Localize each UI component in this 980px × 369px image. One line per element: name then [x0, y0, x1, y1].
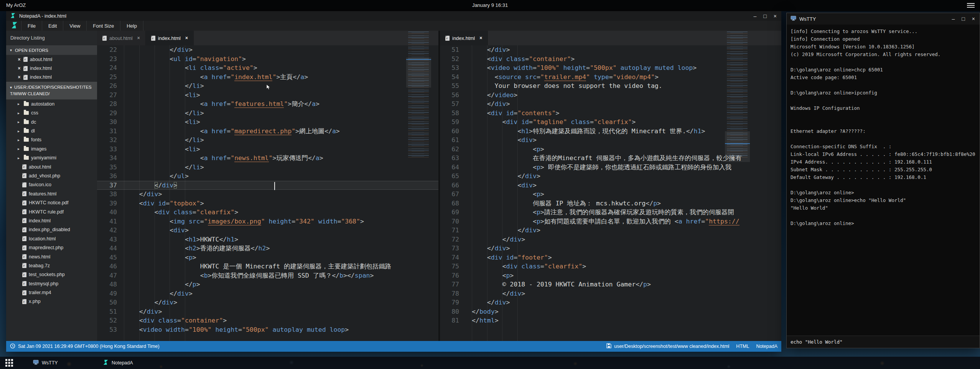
tree-file-row[interactable]: add_vhost.php: [6, 171, 97, 180]
menu-item-file[interactable]: File: [21, 21, 42, 31]
tab-close-icon[interactable]: ×: [479, 35, 482, 41]
minimize-button[interactable]: –: [754, 13, 757, 19]
tree-file-row[interactable]: index.php_disabled: [6, 225, 97, 234]
tree-folder-row[interactable]: ▸yamiyamimi: [6, 154, 97, 162]
tree-file-row[interactable]: index.html: [6, 216, 97, 225]
tree-folder-row[interactable]: ▸dc: [6, 117, 97, 126]
code-line[interactable]: 49 </div>: [97, 289, 438, 298]
menu-item-edit[interactable]: Edit: [42, 21, 63, 31]
code-line[interactable]: 24 <li class="active">: [97, 63, 438, 73]
code-line[interactable]: 79 </div>: [440, 298, 781, 307]
close-button[interactable]: ×: [972, 16, 975, 22]
code-line[interactable]: 76 <p>: [440, 271, 781, 280]
start-menu-icon[interactable]: [5, 359, 13, 367]
code-line[interactable]: 48 </p>: [97, 280, 438, 289]
tree-folder-row[interactable]: ▸fonts: [6, 136, 97, 144]
code-line[interactable]: 32 </li>: [97, 136, 438, 145]
maximize-button[interactable]: □: [763, 13, 766, 19]
close-file-icon[interactable]: ×: [16, 66, 22, 71]
tab-close-icon[interactable]: ×: [185, 35, 188, 41]
tab-close-icon[interactable]: ×: [137, 35, 140, 41]
code-line[interactable]: 81</html>: [440, 316, 781, 325]
open-editor-row[interactable]: ×about.html: [6, 55, 97, 64]
tree-file-row[interactable]: mapredirect.php: [6, 243, 97, 252]
tree-file-row[interactable]: location.html: [6, 234, 97, 243]
code-line[interactable]: 37 </div>: [97, 181, 438, 190]
tree-file-row[interactable]: test_sockets.php: [6, 270, 97, 279]
maximize-button[interactable]: □: [962, 16, 965, 22]
code-line[interactable]: 75 <div class="clearfix">: [440, 262, 781, 271]
wstty-titlebar[interactable]: WsTTY – □ ×: [787, 13, 980, 25]
close-button[interactable]: ×: [774, 13, 777, 19]
close-file-icon[interactable]: ×: [16, 74, 22, 80]
tree-file-row[interactable]: favicon.ico: [6, 180, 97, 189]
tree-file-row[interactable]: news.html: [6, 252, 97, 261]
code-line[interactable]: 70 <p>如有問題或需要申請白名單，歡迎加入我們的 <a href="http…: [440, 217, 781, 226]
code-line[interactable]: 41 <img src="images/box.png" height="342…: [97, 217, 438, 226]
close-file-icon[interactable]: ×: [16, 57, 22, 62]
tree-file-row[interactable]: features.html: [6, 189, 97, 198]
tree-file-row[interactable]: about.html: [6, 162, 97, 171]
tab-index-html[interactable]: index.html ×: [146, 31, 194, 45]
code-line[interactable]: 29 </li>: [97, 109, 438, 118]
tab-index-html-right[interactable]: index.html ×: [440, 31, 488, 45]
tree-root-header[interactable]: ▾USER:/DESKTOP/SCREENSHOT/TEST/WWW CLEAN…: [6, 82, 97, 99]
tree-file-row[interactable]: testmysql.php: [6, 279, 97, 288]
code-line[interactable]: 44 <h2>香港的建築伺服器</h2>: [97, 244, 438, 253]
code-line[interactable]: 46 HKWTC 是一個 Minecraft 的建築伺服器，主要建築計劃包括鐵路: [97, 262, 438, 271]
taskbar-item-notepada[interactable]: NotepadA: [103, 357, 133, 369]
code-line[interactable]: 45 <p>: [97, 253, 438, 262]
code-line[interactable]: 28 <a href="features.html">簡介</a>: [97, 99, 438, 109]
tree-folder-row[interactable]: ▸images: [6, 144, 97, 153]
code-line[interactable]: 33 <li>: [97, 145, 438, 154]
tree-folder-row[interactable]: ▸css: [6, 109, 97, 117]
code-line[interactable]: 69 <p>請注意，我們的伺服器為確保玩家及遊玩時的質素，我們的伺服器開: [440, 208, 781, 217]
open-editors-header[interactable]: ▾ OPEN EDITORS: [6, 45, 97, 55]
code-line[interactable]: 38 </div>: [97, 190, 438, 199]
terminal-input[interactable]: echo "Hello World": [787, 336, 980, 348]
minimize-button[interactable]: –: [952, 16, 955, 22]
code-line[interactable]: 80</body>: [440, 307, 781, 316]
code-line[interactable]: 72 </div>: [440, 235, 781, 244]
tree-file-row[interactable]: teabag.7z: [6, 261, 97, 270]
code-line[interactable]: 34 <a href="news.html">玩家傳送門</a>: [97, 154, 438, 163]
tree-file-row[interactable]: HKWTC rule.pdf: [6, 207, 97, 216]
code-line[interactable]: 53 <video width="100%" height="500px" au…: [97, 325, 438, 334]
code-line[interactable]: 27 <li>: [97, 91, 438, 100]
minimap-right[interactable]: [725, 31, 754, 197]
save-icon[interactable]: [606, 343, 611, 349]
code-line[interactable]: 47 <b>你知道我們全線伺服器已轉用 SSD 了嗎？</b></span>: [97, 271, 438, 280]
status-mode[interactable]: HTML: [736, 344, 749, 349]
taskbar-item-wstty[interactable]: WsTTY: [33, 357, 58, 369]
tree-file-row[interactable]: trailer.mp4: [6, 288, 97, 297]
code-line[interactable]: 52 <div class="container">: [97, 316, 438, 325]
code-line[interactable]: 30 <li>: [97, 117, 438, 127]
code-line[interactable]: 73 </div>: [440, 244, 781, 253]
tree-folder-row[interactable]: ▸autostation: [6, 99, 97, 108]
open-editor-row[interactable]: ×index.html: [6, 73, 97, 82]
tree-file-row[interactable]: HKWTC notice.pdf: [6, 198, 97, 207]
code-line[interactable]: 43 <h1>HKWTC</h1>: [97, 235, 438, 244]
code-line[interactable]: 68 伺服器 IP 地址為： mcs.hkwtc.org</p>: [440, 199, 781, 208]
code-line[interactable]: 35 </li>: [97, 163, 438, 172]
minimap-left[interactable]: [406, 31, 435, 197]
code-line[interactable]: 25 <a href="index.html">主頁</a>: [97, 73, 438, 82]
code-line[interactable]: 39 <div id="topbox">: [97, 199, 438, 208]
code-line[interactable]: 77 © 2018 - 2019 HKWTC Animation Gamer</…: [440, 280, 781, 289]
code-line[interactable]: 51 </div>: [97, 307, 438, 316]
code-line[interactable]: 22 </div>: [97, 45, 438, 55]
notepada-titlebar[interactable]: NotepadA - index.html – □ ×: [6, 11, 781, 21]
code-line[interactable]: 40 <div class="clearfix">: [97, 208, 438, 217]
code-line[interactable]: 74 <div id="footer">: [440, 253, 781, 262]
code-line[interactable]: 78 </div>: [440, 289, 781, 298]
code-line[interactable]: 71 </div>: [440, 226, 781, 235]
code-line[interactable]: 42 <div>: [97, 226, 438, 235]
open-editor-row[interactable]: ×index.html: [6, 64, 97, 73]
code-line[interactable]: 31 <a href="mapredirect.php">網上地圖</a>: [97, 127, 438, 136]
menu-item-font-size[interactable]: Font Size: [86, 21, 120, 31]
menu-item-view[interactable]: View: [63, 21, 86, 31]
terminal-output[interactable]: [info] Conencting to arozos WsTTY servic…: [787, 25, 980, 336]
menu-item-help[interactable]: Help: [120, 21, 143, 31]
tab-about-html[interactable]: about.html ×: [97, 31, 146, 45]
hamburger-menu-icon[interactable]: [967, 3, 975, 8]
